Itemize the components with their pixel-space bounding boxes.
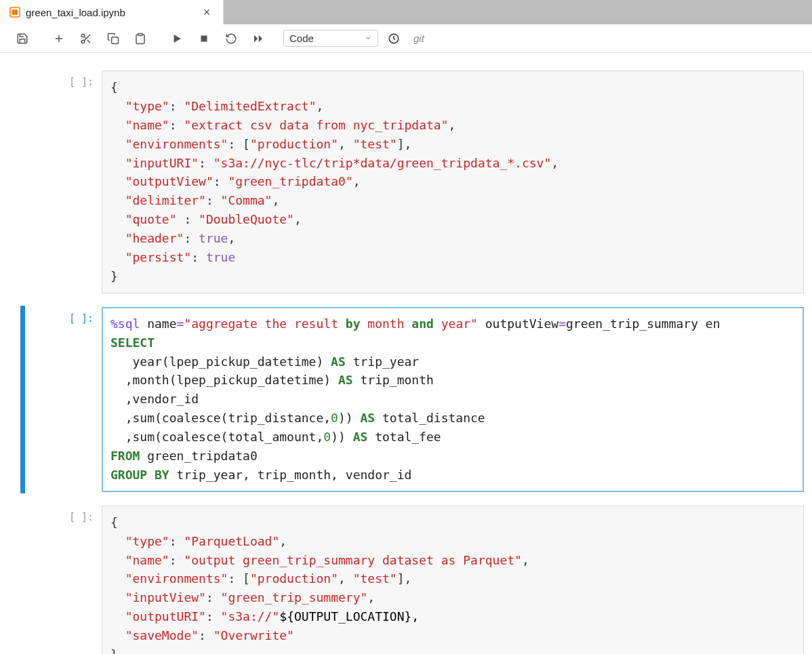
code-editor[interactable]: %sql name="aggregate the result by month…	[102, 307, 804, 492]
notebook-toolbar: Code git	[0, 24, 812, 53]
svg-point-5	[81, 40, 85, 43]
restart-run-all-button[interactable]	[247, 27, 270, 50]
notebook-tab[interactable]: green_taxi_load.ipynb ×	[0, 0, 224, 24]
svg-line-7	[87, 39, 90, 42]
code-editor[interactable]: { "type": "DelimitedExtract", "name": "e…	[102, 70, 804, 293]
input-prompt: [ ]:	[0, 70, 102, 293]
input-prompt: [ ]:	[0, 307, 102, 492]
stop-button[interactable]	[192, 27, 216, 50]
restart-button[interactable]	[220, 27, 243, 50]
svg-point-4	[81, 34, 85, 37]
svg-marker-11	[174, 35, 182, 43]
svg-marker-14	[259, 35, 262, 42]
chevron-down-icon	[364, 33, 372, 44]
svg-line-8	[84, 37, 86, 39]
insert-cell-button[interactable]	[47, 27, 70, 50]
tab-bar: green_taxi_load.ipynb ×	[0, 0, 812, 24]
svg-rect-10	[138, 33, 142, 35]
cell-type-label: Code	[289, 33, 314, 44]
svg-rect-9	[112, 37, 119, 43]
paste-button[interactable]	[129, 27, 152, 50]
svg-marker-13	[254, 35, 258, 42]
save-button[interactable]	[11, 27, 34, 50]
clock-icon[interactable]	[382, 27, 405, 50]
close-icon[interactable]: ×	[200, 5, 214, 20]
notebook-icon	[9, 7, 20, 18]
cell-type-select[interactable]: Code	[283, 30, 378, 47]
copy-button[interactable]	[102, 27, 125, 50]
cut-button[interactable]	[75, 27, 98, 50]
code-cell[interactable]: [ ]: %sql name="aggregate the result by …	[0, 303, 812, 496]
code-editor[interactable]: { "type": "ParquetLoad", "name": "output…	[102, 506, 804, 654]
notebook-area: [ ]: { "type": "DelimitedExtract", "name…	[0, 53, 812, 654]
tab-bar-empty	[224, 0, 812, 24]
svg-rect-12	[201, 35, 207, 41]
tab-title: green_taxi_load.ipynb	[26, 7, 195, 18]
code-cell[interactable]: [ ]: { "type": "DelimitedExtract", "name…	[0, 66, 812, 298]
code-cell[interactable]: [ ]: { "type": "ParquetLoad", "name": "o…	[0, 502, 812, 654]
git-label[interactable]: git	[413, 33, 424, 44]
input-prompt: [ ]:	[0, 506, 102, 654]
run-button[interactable]	[165, 27, 188, 50]
svg-rect-1	[12, 9, 18, 15]
